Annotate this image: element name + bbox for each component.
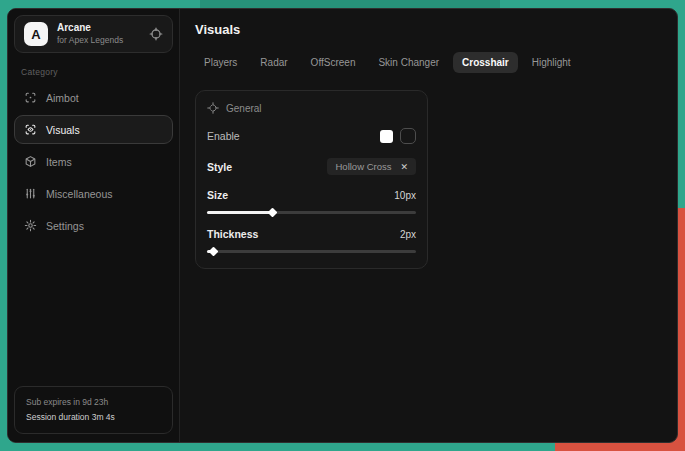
enable-checkbox[interactable] — [380, 130, 393, 143]
thickness-slider[interactable] — [207, 250, 416, 253]
app-meta: Arcane for Apex Legends — [57, 22, 123, 45]
app-name: Arcane — [57, 22, 123, 35]
target-icon[interactable] — [149, 27, 163, 41]
tab-radar[interactable]: Radar — [251, 52, 296, 73]
tab-players[interactable]: Players — [195, 52, 246, 73]
size-slider[interactable] — [207, 211, 416, 214]
tab-offscreen[interactable]: OffScreen — [302, 52, 365, 73]
panel-header: General — [207, 102, 416, 114]
clear-icon[interactable]: ✕ — [400, 162, 408, 172]
sidebar-item-aimbot[interactable]: Aimbot — [14, 83, 173, 112]
enable-label: Enable — [207, 130, 240, 142]
app-logo: A — [24, 22, 48, 46]
panel-title: General — [226, 103, 262, 114]
sidebar-item-label: Items — [46, 156, 72, 168]
sidebar-item-items[interactable]: Items — [14, 147, 173, 176]
style-row: Style Hollow Cross ✕ — [207, 158, 416, 175]
aimbot-icon — [24, 91, 37, 104]
tab-bar: Players Radar OffScreen Skin Changer Cro… — [195, 52, 662, 73]
general-panel: General Enable Style Hollow Cross ✕ Size… — [195, 90, 428, 269]
thickness-slider-fill[interactable] — [207, 250, 213, 253]
thickness-label: Thickness — [207, 228, 258, 240]
category-label: Category — [21, 67, 173, 77]
app-window: A Arcane for Apex Legends Category — [7, 8, 678, 443]
tab-skin-changer[interactable]: Skin Changer — [369, 52, 448, 73]
enable-keybind-box[interactable] — [400, 128, 416, 144]
sidebar-item-label: Miscellaneous — [46, 188, 113, 200]
sidebar-item-label: Settings — [46, 220, 84, 232]
style-select[interactable]: Hollow Cross ✕ — [327, 158, 416, 175]
items-icon — [24, 155, 37, 168]
thickness-row: Thickness 2px — [207, 228, 416, 240]
crosshair-general-icon — [207, 102, 219, 114]
sidebar-item-label: Aimbot — [46, 92, 79, 104]
tab-crosshair[interactable]: Crosshair — [453, 52, 518, 73]
page-title: Visuals — [195, 22, 662, 37]
tab-highlight[interactable]: Highlight — [523, 52, 580, 73]
sidebar-item-miscellaneous[interactable]: Miscellaneous — [14, 179, 173, 208]
app-subtitle: for Apex Legends — [57, 35, 123, 46]
enable-row: Enable — [207, 128, 416, 144]
subscription-info-card: Sub expires in 9d 23h Session duration 3… — [14, 386, 173, 434]
thickness-value: 2px — [400, 229, 416, 240]
sub-expires-text: Sub expires in 9d 23h — [26, 395, 161, 410]
main-content: Visuals Players Radar OffScreen Skin Cha… — [180, 9, 677, 442]
size-row: Size 10px — [207, 189, 416, 201]
sidebar-item-visuals[interactable]: Visuals — [14, 115, 173, 144]
style-label: Style — [207, 161, 232, 173]
style-select-value: Hollow Cross — [335, 161, 391, 172]
visuals-icon — [24, 123, 37, 136]
session-duration-text: Session duration 3m 4s — [26, 410, 161, 425]
miscellaneous-icon — [24, 187, 37, 200]
settings-icon — [24, 219, 37, 232]
sidebar: A Arcane for Apex Legends Category — [8, 9, 180, 442]
app-header-card: A Arcane for Apex Legends — [14, 15, 173, 53]
sidebar-item-settings[interactable]: Settings — [14, 211, 173, 240]
size-slider-fill[interactable] — [207, 211, 272, 214]
size-label: Size — [207, 189, 228, 201]
sidebar-item-label: Visuals — [46, 124, 80, 136]
size-value: 10px — [394, 190, 416, 201]
enable-controls — [380, 128, 416, 144]
